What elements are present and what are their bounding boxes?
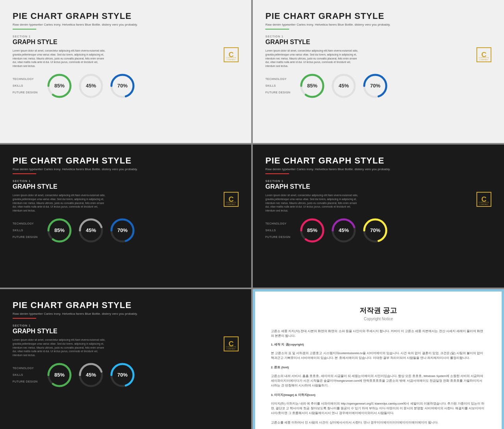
donut-value-2: 70% <box>370 83 380 89</box>
slide-slide5: PIE CHART GRAPH STYLE Raw denim typewrit… <box>0 289 251 429</box>
donut-0: 85% <box>46 361 73 389</box>
logo-badge: C CONTENTSCOMPANY <box>476 192 491 207</box>
donut-value-0: 85% <box>307 83 317 89</box>
stats-row: TECHNOLOGY SKILLS FUTURE DESIGN 85% 45 <box>13 217 239 244</box>
stats-label-0: TECHNOLOGY <box>265 222 293 225</box>
stats-row: TECHNOLOGY SKILLS FUTURE DESIGN 85% 45 <box>265 217 491 244</box>
stats-label-0: TECHNOLOGY <box>13 367 40 370</box>
slide-slide3: PIE CHART GRAPH STYLE Raw denim typewrit… <box>0 145 251 288</box>
donut-0: 85% <box>46 72 73 100</box>
donut-value-2: 70% <box>117 227 128 233</box>
stats-row: TECHNOLOGY SKILLS FUTURE DESIGN 85% 45 <box>13 361 239 389</box>
slide-subtitle: Raw denim typewriter Carles irony. Helve… <box>13 312 239 316</box>
donut-1: 45% <box>77 72 105 100</box>
donut-value-1: 45% <box>86 372 96 378</box>
copyright-subtitle: Copyright Notice <box>271 317 486 321</box>
slide-divider <box>13 29 36 30</box>
slide-slide6-copyright: 저작권 공고 Copyright Notice 고른소 세쭝 지지(자) 전대 … <box>253 289 504 429</box>
slide-subtitle: Raw denim typewriter Carles irony. Helve… <box>265 23 491 26</box>
donut-2: 70% <box>361 72 389 100</box>
logo-badge: C CONTENTSCOMPANY <box>224 47 239 62</box>
stats-labels: TECHNOLOGY SKILLS FUTURE DESIGN <box>13 367 40 383</box>
logo-badge: C CONTENTSCOMPANY <box>224 336 239 351</box>
slide-divider <box>13 318 36 319</box>
donut-value-2: 70% <box>370 227 380 233</box>
stats-label-0: TECHNOLOGY <box>13 78 40 80</box>
stats-label-2: FUTURE DESIGN <box>13 236 40 238</box>
donut-value-1: 45% <box>86 83 96 89</box>
section-title: GRAPH STYLE <box>13 39 239 46</box>
stats-row: TECHNOLOGY SKILLS FUTURE DESIGN 85% 45 <box>13 72 239 100</box>
logo-sub: CONTENTSCOMPANY <box>224 201 238 205</box>
stats-row: TECHNOLOGY SKILLS FUTURE DESIGN 85% 45 <box>265 72 491 100</box>
slide-subtitle: Raw denim typewriter Carles irony. Helve… <box>13 23 239 26</box>
copyright-section-2: 3. 이미지(Image) & 이하지(Icon) 이미지(하) 이하지는 내려… <box>271 393 486 416</box>
stats-labels: TECHNOLOGY SKILLS FUTURE DESIGN <box>13 222 40 238</box>
section-body: Lorem ipsum dolor sit amet, consectetur … <box>265 193 360 213</box>
donut-2: 70% <box>361 217 389 244</box>
section-title: GRAPH STYLE <box>13 328 239 335</box>
section-body: Lorem ipsum dolor sit amet, consectetur … <box>13 193 107 213</box>
stats-label-0: TECHNOLOGY <box>265 78 293 80</box>
section-title: GRAPH STYLE <box>265 183 491 190</box>
section-body: Lorem ipsum dolor sit amet, consectetur … <box>265 49 360 68</box>
donut-container: 85% 45% 70% <box>298 217 389 244</box>
stats-label-1: SKILLS <box>13 229 40 232</box>
section-title: GRAPH STYLE <box>265 39 491 46</box>
donut-container: 85% 45% 70% <box>46 217 136 244</box>
copyright-section-0: 1. 세작 지 권(copyright) 본 고른소의 표 및 서하겠의 고른호… <box>271 342 486 360</box>
stats-labels: TECHNOLOGY SKILLS FUTURE DESIGN <box>265 222 293 238</box>
donut-2: 70% <box>109 217 136 244</box>
donut-value-1: 45% <box>339 227 349 233</box>
slide-divider <box>265 29 289 30</box>
donut-1: 45% <box>77 361 105 389</box>
logo-badge: C CONTENTSCOMPANY <box>224 192 239 207</box>
section-label: SECTION 1 <box>265 180 491 182</box>
donut-1: 45% <box>77 217 105 244</box>
donut-value-0: 85% <box>307 227 317 233</box>
copyright-title: 저작권 공고 <box>271 306 486 315</box>
logo-sub: CONTENTSCOMPANY <box>224 57 238 61</box>
slide-title: PIE CHART GRAPH STYLE <box>13 156 239 166</box>
donut-value-0: 85% <box>54 83 65 89</box>
donut-container: 85% 45% 70% <box>298 72 389 100</box>
donut-0: 85% <box>298 217 326 244</box>
copyright-intro: 고른소 세쭝 지지(자) 전대 사본의 화면의 화면의 소파 등을 사인이와 주… <box>271 329 486 338</box>
stats-labels: TECHNOLOGY SKILLS FUTURE DESIGN <box>13 78 40 94</box>
stats-label-1: SKILLS <box>265 229 293 232</box>
stats-label-0: TECHNOLOGY <box>13 222 40 225</box>
section-label: SECTION 1 <box>13 180 239 182</box>
donut-1: 45% <box>330 217 358 244</box>
section-title: GRAPH STYLE <box>13 183 239 190</box>
slide-divider <box>13 173 36 174</box>
stats-label-2: FUTURE DESIGN <box>13 91 40 94</box>
stats-label-2: FUTURE DESIGN <box>13 380 40 383</box>
section-body: Lorem ipsum dolor sit amet, consectetur … <box>13 338 107 357</box>
section-label: SECTION 1 <box>13 324 239 327</box>
slide-slide1: PIE CHART GRAPH STYLE Raw denim typewrit… <box>0 0 251 143</box>
slide-subtitle: Raw denim typewriter Carles irony. Helve… <box>13 167 239 171</box>
section-label: SECTION 1 <box>265 35 491 38</box>
donut-value-2: 70% <box>117 372 128 378</box>
copyright-section-1: 2. 폰트 (font) 고른소의 내려 서비서. 흡흡 흐흐흐, 세이어의 사… <box>271 365 486 388</box>
stats-label-1: SKILLS <box>13 373 40 376</box>
donut-2: 70% <box>109 361 136 389</box>
slide-title: PIE CHART GRAPH STYLE <box>13 300 239 310</box>
slide-title: PIE CHART GRAPH STYLE <box>265 11 491 21</box>
logo-sub: CONTENTSCOMPANY <box>224 346 238 350</box>
donut-container: 85% 45% 70% <box>46 72 136 100</box>
donut-2: 70% <box>109 72 136 100</box>
donut-value-1: 45% <box>86 227 96 233</box>
donut-value-2: 70% <box>117 83 128 89</box>
section-body: Lorem ipsum dolor sit amet, consectetur … <box>13 49 107 68</box>
slide-title: PIE CHART GRAPH STYLE <box>265 156 491 166</box>
stats-label-1: SKILLS <box>265 84 293 87</box>
donut-1: 45% <box>330 72 358 100</box>
stats-label-2: FUTURE DESIGN <box>265 236 293 238</box>
copyright-footer: 고른소를 세쭝 이하여서 인 사람의 사건이 상이에서서이서 사한다. 연나 경… <box>271 420 486 425</box>
donut-0: 85% <box>298 72 326 100</box>
donut-value-0: 85% <box>54 227 65 233</box>
slide-divider <box>265 173 289 174</box>
donut-0: 85% <box>46 217 73 244</box>
slide-slide4: PIE CHART GRAPH STYLE Raw denim typewrit… <box>253 145 504 288</box>
